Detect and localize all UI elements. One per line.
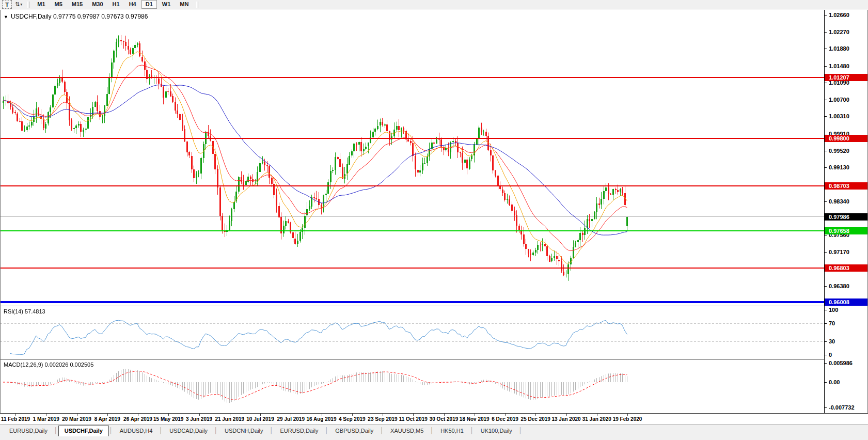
chart-tab-bar: EURUSD,Daily│USDCHF,Daily│AUDUSD,H4│USDC… (0, 424, 868, 440)
price-badge-0_96803: 0.96803 (825, 264, 868, 272)
date-tick (597, 414, 597, 416)
tab-hk50-h1[interactable]: HK50,H1 (434, 426, 470, 436)
symbol-dropdown-icon[interactable]: ▼ (4, 14, 8, 20)
tab-eurusd-daily[interactable]: EURUSD,Daily (274, 426, 324, 436)
timeframe-button-m1[interactable]: M1 (33, 0, 49, 9)
tab-usdcad-daily[interactable]: USDCAD,Daily (163, 426, 214, 436)
timeframe-button-mn[interactable]: MN (176, 0, 193, 9)
date-tick (138, 414, 138, 416)
date-label: 11 Oct 2019 (399, 416, 428, 422)
axis-tick (825, 116, 827, 117)
axis-tick (825, 151, 827, 151)
axis-tick (825, 235, 827, 235)
chart-title: ▼USDCHF,Daily 0.97775 0.97987 0.97673 0.… (4, 13, 148, 20)
axis-tick (825, 83, 827, 83)
rsi-canvas[interactable] (0, 306, 824, 359)
tab-separator: │ (430, 426, 434, 435)
price-badge-0_98703: 0.98703 (825, 182, 868, 190)
date-label: 3 Jun 2019 (186, 416, 212, 422)
date-tick (77, 414, 77, 416)
date-label: 21 Jun 2019 (215, 416, 244, 422)
date-tick (475, 414, 475, 416)
date-axis[interactable]: 11 Feb 20191 Mar 201920 Mar 20198 Apr 20… (0, 413, 868, 424)
tab-audusd-h4[interactable]: AUDUSD,H4 (114, 426, 159, 436)
date-tick (260, 414, 261, 416)
tab-usdchf-daily[interactable]: USDCHF,Daily (58, 426, 109, 436)
price-badge-0_99800: 0.99800 (825, 135, 868, 142)
rsi-axis-label: 30 (829, 338, 835, 344)
chevron-down-icon[interactable]: ▾ (20, 2, 22, 7)
tab-separator: │ (109, 426, 114, 435)
axis-tick (825, 100, 827, 100)
timeframe-button-m15[interactable]: M15 (68, 0, 87, 9)
rsi-axis-label: 100 (829, 307, 838, 313)
price-axis-label: 0.98340 (829, 198, 849, 205)
timeframe-button-w1[interactable]: W1 (158, 0, 175, 9)
timeframe-button-m5[interactable]: M5 (51, 0, 67, 9)
axis-tick (825, 66, 827, 67)
toolbar: T ⇅ ▾ M1M5M15M30H1H4D1W1MN (0, 0, 868, 9)
macd-canvas[interactable] (0, 360, 824, 413)
date-tick (230, 414, 230, 416)
date-label: 15 May 2019 (153, 416, 183, 422)
tab-separator: │ (518, 426, 523, 435)
axis-tick (825, 49, 827, 49)
date-label: 19 Feb 2020 (613, 416, 642, 422)
chart-title-text: USDCHF,Daily 0.97775 0.97987 0.97673 0.9… (11, 13, 148, 20)
price-axis-label: 1.01880 (829, 45, 849, 52)
toolbar-grip[interactable] (196, 2, 198, 8)
date-tick (627, 414, 628, 416)
timeframe-button-h4[interactable]: H4 (125, 0, 140, 9)
price-badge-0_97658: 0.97658 (825, 227, 868, 234)
date-label: 11 Feb 2019 (1, 416, 30, 422)
axis-tick (825, 382, 827, 383)
text-tool-button[interactable]: T (2, 0, 12, 9)
axis-tick (825, 341, 827, 342)
cursor-mode-button[interactable]: ⇅ ▾ (15, 1, 22, 8)
date-tick (535, 414, 536, 416)
price-axis-label: 1.02270 (829, 29, 849, 35)
tab-uk100-daily[interactable]: UK100,Daily (475, 426, 518, 436)
timeframe-button-m30[interactable]: M30 (88, 0, 107, 9)
price-badge-0_96008: 0.96008 (825, 298, 868, 306)
rsi-pane: RSI(14) 57.4813 (0, 306, 824, 359)
date-label: 25 Dec 2019 (521, 416, 550, 422)
timeframe-button-h1[interactable]: H1 (108, 0, 124, 9)
timeframe-button-d1[interactable]: D1 (141, 0, 157, 9)
date-label: 20 Mar 2019 (62, 416, 91, 422)
axis-tick (825, 286, 827, 287)
date-label: 30 Oct 2019 (430, 416, 459, 422)
date-tick (566, 414, 567, 416)
macd-axis-label: 0.005986 (829, 360, 853, 366)
date-label: 8 Apr 2019 (94, 416, 120, 422)
price-axis-label: 1.02660 (829, 12, 849, 18)
price-axis-label: 0.99520 (829, 148, 849, 154)
axis-tick (825, 167, 827, 168)
price-axis[interactable]: 1.026601.022701.018801.014801.010901.007… (824, 10, 868, 413)
main-chart-canvas[interactable] (0, 10, 824, 305)
axis-tick (825, 355, 827, 355)
tab-eurusd-daily[interactable]: EURUSD,Daily (3, 426, 54, 436)
macd-axis-label: 0.00 (829, 379, 840, 385)
tab-separator: │ (54, 426, 58, 435)
rsi-label: RSI(14) 57.4813 (4, 308, 45, 315)
axis-tick (825, 363, 827, 364)
price-axis-label: 1.00310 (829, 113, 849, 119)
macd-axis-label: -0.007732 (829, 404, 855, 411)
date-tick (46, 414, 46, 416)
tab-gbpusd-daily[interactable]: GBPUSD,Daily (329, 426, 380, 436)
date-tick (413, 414, 414, 416)
window-border-left (0, 10, 1, 413)
date-tick (383, 414, 383, 416)
date-label: 4 Sep 2019 (339, 416, 366, 422)
price-badge-0_97986: 0.97986 (825, 213, 868, 221)
toolbar-grip[interactable] (27, 2, 29, 8)
price-axis-label: 0.97170 (829, 249, 849, 255)
price-axis-label: 1.01480 (829, 63, 849, 69)
macd-pane: MACD(12,26,9) 0.002026 0.002505 (0, 360, 824, 413)
tab-xauusd-m5[interactable]: XAUUSD,M5 (384, 426, 430, 436)
tab-separator: │ (324, 426, 329, 435)
tab-usdcnh-daily[interactable]: USDCNH,Daily (218, 426, 270, 436)
price-axis-label: 0.96380 (829, 283, 849, 289)
date-tick (199, 414, 200, 416)
